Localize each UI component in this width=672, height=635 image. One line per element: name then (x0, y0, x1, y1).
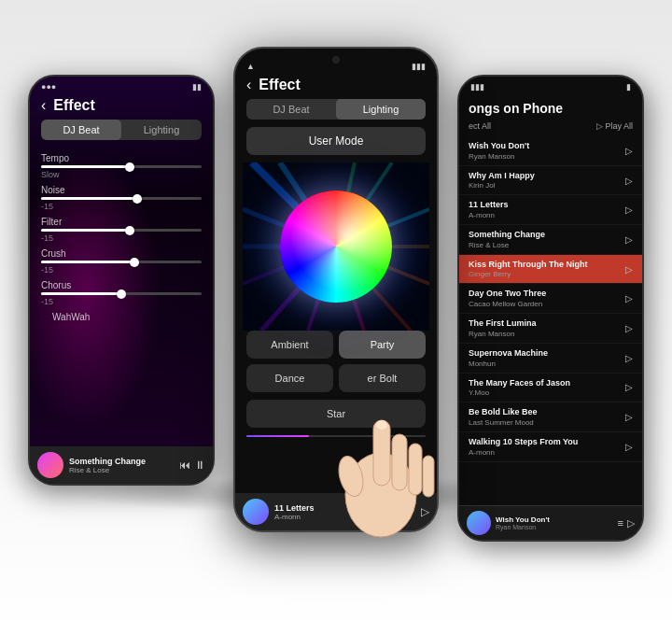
song-artist-6: Ryan Manson (469, 330, 625, 338)
left-prev-btn[interactable]: ⏮ (179, 459, 190, 472)
filter-label: Filter (41, 217, 202, 227)
erbolt-button[interactable]: er Bolt (339, 364, 426, 392)
song-title-1: Why Am I Happy (469, 171, 625, 182)
right-np-icons: ≡ ▷ (618, 517, 635, 529)
right-np-artist: Ryan Manson (496, 524, 613, 530)
song-item-0[interactable]: Wish You Don't Ryan Manson ▷ (459, 136, 642, 166)
effect-buttons-grid: Ambient Party Dance er Bolt (235, 331, 437, 400)
ambient-button[interactable]: Ambient (246, 331, 333, 359)
song-play-1[interactable]: ▷ (625, 176, 633, 186)
right-playlist-icon[interactable]: ≡ (618, 517, 623, 529)
center-controls: ▷ (421, 505, 429, 518)
color-wheel-container (235, 162, 437, 331)
song-title-5: Day One Two Three (469, 289, 625, 300)
left-controls: ⏮ ⏸ (179, 459, 205, 472)
song-play-7[interactable]: ▷ (625, 353, 633, 363)
user-mode-button[interactable]: User Mode (246, 127, 426, 155)
left-tab-djbeat[interactable]: DJ Beat (41, 120, 121, 140)
left-np-title: Something Change (69, 457, 174, 466)
song-item-8[interactable]: The Many Faces of Jason Y.Moo ▷ (459, 374, 642, 403)
crush-value: -15 (41, 265, 202, 275)
song-item-1[interactable]: Why Am I Happy Kirin Jol ▷ (459, 166, 642, 196)
left-pause-btn[interactable]: ⏸ (194, 459, 205, 472)
song-title-0: Wish You Don't (469, 141, 625, 152)
song-item-7[interactable]: Supernova Machine Monhun ▷ (459, 344, 642, 374)
noise-value: -15 (41, 202, 202, 211)
noise-track[interactable] (41, 197, 202, 200)
left-tab-bar: DJ Beat Lighting (41, 120, 202, 140)
song-info-9: Be Bold Like Bee Last Summer Mood (469, 407, 625, 427)
center-np-artist: A-monn (274, 513, 415, 521)
center-tab-djbeat[interactable]: DJ Beat (246, 99, 336, 120)
song-play-3[interactable]: ▷ (625, 234, 633, 245)
left-back-arrow[interactable]: ‹ (41, 97, 46, 114)
song-list: Wish You Don't Ryan Manson ▷ Why Am I Ha… (459, 136, 642, 540)
song-item-5[interactable]: Day One Two Three Cacao Mellow Garden ▷ (459, 284, 642, 314)
filter-track[interactable] (41, 229, 202, 232)
right-play-icon[interactable]: ▷ (627, 517, 635, 529)
song-info-3: Something Change Rise & Lose (469, 230, 625, 249)
song-info-2: 11 Letters A-monn (469, 200, 625, 219)
right-np-info: Wish You Don't Ryan Manson (496, 515, 613, 530)
left-album-thumb (37, 452, 63, 478)
song-play-5[interactable]: ▷ (625, 293, 633, 303)
center-play-btn[interactable]: ▷ (421, 505, 429, 518)
song-play-0[interactable]: ▷ (625, 146, 633, 156)
song-item-3[interactable]: Something Change Rise & Lose ▷ (459, 225, 642, 255)
left-now-playing: Something Change Rise & Lose ⏮ ⏸ (30, 446, 213, 484)
center-tab-lighting[interactable]: Lighting (336, 99, 426, 120)
center-phone: ▲ ▮▮▮ ‹ Effect DJ Beat Lighting User Mod… (233, 47, 439, 532)
song-play-4[interactable]: ▷ (625, 264, 633, 275)
chorus-value: -15 (41, 297, 202, 306)
center-header: ‹ Effect (235, 73, 437, 99)
tempo-track[interactable] (41, 165, 202, 168)
song-artist-3: Rise & Lose (469, 241, 625, 249)
song-title-3: Something Change (469, 230, 625, 241)
song-item-2[interactable]: 11 Letters A-monn ▷ (459, 195, 642, 225)
crush-track[interactable] (41, 261, 202, 263)
play-all[interactable]: ▷ Play All (596, 121, 633, 131)
dance-button[interactable]: Dance (246, 364, 333, 392)
left-tab-lighting[interactable]: Lighting (121, 120, 202, 140)
song-play-2[interactable]: ▷ (625, 205, 633, 215)
center-album-thumb (243, 499, 269, 525)
song-item-4[interactable]: Kiss Right Through The Night Ginger Berr… (459, 255, 642, 285)
select-all[interactable]: ect All (469, 121, 491, 131)
song-play-9[interactable]: ▷ (625, 412, 633, 422)
tempo-value: Slow (41, 170, 202, 179)
chorus-track[interactable] (41, 292, 202, 295)
wahwah-label: WahWah (41, 308, 202, 322)
left-status-bar: ●●● ▮▮ (30, 77, 213, 93)
song-info-8: The Many Faces of Jason Y.Moo (469, 378, 625, 398)
center-camera (332, 56, 340, 64)
song-item-6[interactable]: The First Lumina Ryan Manson ▷ (459, 314, 642, 344)
center-signal: ▲ (246, 62, 255, 71)
songs-controls: ect All ▷ Play All (459, 120, 642, 136)
song-title-6: The First Lumina (469, 318, 625, 330)
color-wheel[interactable] (280, 190, 392, 303)
song-play-6[interactable]: ▷ (625, 323, 633, 333)
song-title-10: Walking 10 Steps From You (469, 437, 625, 448)
song-play-10[interactable]: ▷ (625, 442, 633, 452)
center-battery: ▮▮▮ (412, 62, 426, 71)
left-title: Effect (53, 97, 94, 114)
center-np-title: 11 Letters (274, 503, 415, 513)
right-np-album (467, 511, 491, 535)
right-status-bar: ▮▮▮ ▮ (459, 77, 642, 93)
star-button[interactable]: Star (246, 400, 426, 428)
songs-title: ongs on Phone (459, 93, 642, 120)
party-button[interactable]: Party (339, 331, 426, 359)
song-artist-4: Ginger Berry (469, 270, 625, 278)
song-info-0: Wish You Don't Ryan Manson (469, 141, 625, 161)
song-play-8[interactable]: ▷ (625, 382, 633, 392)
right-now-playing: Wish You Don't Ryan Manson ≡ ▷ (459, 505, 642, 540)
right-np-title: Wish You Don't (496, 515, 613, 524)
center-back-arrow[interactable]: ‹ (246, 77, 251, 93)
song-item-9[interactable]: Be Bold Like Bee Last Summer Mood ▷ (459, 402, 642, 432)
song-artist-7: Monhun (469, 360, 625, 368)
song-item-10[interactable]: Walking 10 Steps From You A-monn ▷ (459, 432, 642, 462)
progress-bar[interactable] (246, 435, 426, 437)
song-info-6: The First Lumina Ryan Manson (469, 318, 625, 338)
song-info-1: Why Am I Happy Kirin Jol (469, 171, 625, 190)
center-title: Effect (259, 77, 300, 93)
